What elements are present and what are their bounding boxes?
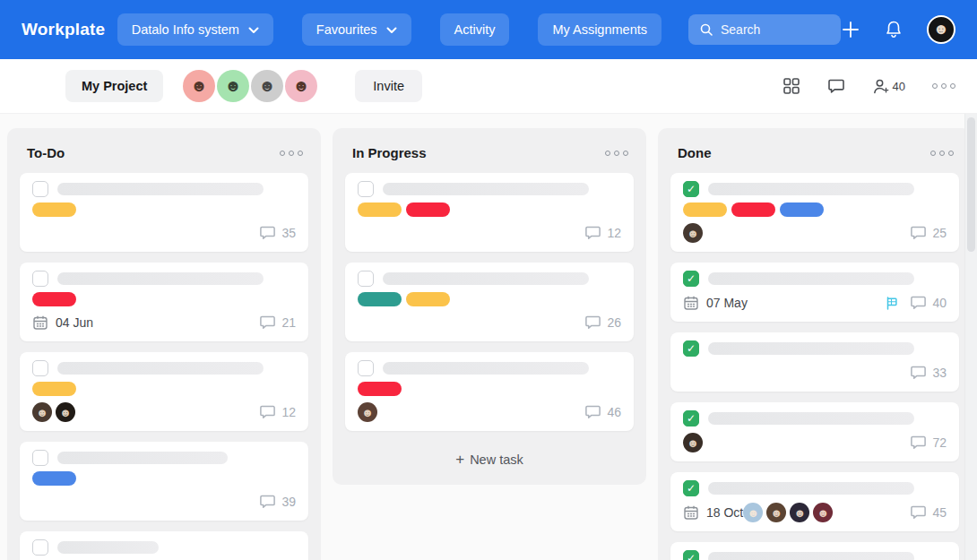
- members-count-label: 40: [893, 80, 905, 93]
- task-card[interactable]: ☻ 46: [345, 352, 634, 431]
- column-more-button[interactable]: [605, 147, 628, 159]
- tag-red: [358, 382, 402, 396]
- member-avatar[interactable]: ☻: [251, 70, 283, 102]
- vertical-scrollbar[interactable]: [964, 114, 977, 560]
- task-card[interactable]: ☻☻ 8: [20, 531, 308, 560]
- comment-count-label: 21: [281, 315, 296, 330]
- bell-icon: [885, 20, 903, 39]
- task-card[interactable]: 13: [670, 542, 959, 560]
- task-checkbox[interactable]: [683, 410, 699, 426]
- board-column: In Progress 12: [333, 128, 646, 485]
- task-checkbox[interactable]: [358, 360, 374, 376]
- new-task-button[interactable]: + New task: [345, 442, 634, 476]
- tag-row: [32, 471, 296, 486]
- assignee-avatars: ☻: [358, 402, 377, 422]
- task-checkbox[interactable]: [683, 181, 699, 197]
- board-view-button[interactable]: [782, 77, 800, 95]
- task-checkbox[interactable]: [683, 480, 699, 496]
- add-button[interactable]: [841, 20, 860, 39]
- task-checkbox[interactable]: [358, 271, 374, 287]
- tag-row: [358, 382, 621, 396]
- comment-icon: [259, 404, 276, 420]
- nav-activity-button[interactable]: Activity: [440, 13, 510, 46]
- tag-yellow: [32, 202, 76, 217]
- comment-count: 40: [910, 295, 947, 311]
- nav-favourites-dropdown[interactable]: Favourites: [302, 13, 411, 46]
- comment-count: 33: [910, 365, 947, 381]
- comment-icon: [910, 435, 927, 451]
- task-checkbox[interactable]: [358, 181, 374, 197]
- search-container: [688, 14, 841, 45]
- comment-count-label: 39: [281, 495, 296, 509]
- tag-blue: [780, 202, 824, 217]
- task-checkbox[interactable]: [32, 271, 48, 287]
- comment-count-label: 40: [932, 296, 947, 310]
- task-card[interactable]: 35: [20, 173, 308, 252]
- nav-project-label: Datalo Info system: [132, 22, 239, 37]
- nav-my-assignments-button[interactable]: My Assignments: [538, 13, 661, 46]
- assignee-avatars: ☻☻: [32, 402, 75, 422]
- card-list: 35 04 Jun 21: [20, 173, 308, 560]
- assignee-avatar: ☻: [358, 402, 377, 422]
- task-card[interactable]: 07 May 40: [670, 263, 959, 322]
- due-date: 18 Oct: [683, 504, 743, 521]
- tag-yellow: [358, 202, 402, 217]
- comment-count: 72: [910, 435, 947, 451]
- due-date: 07 May: [683, 295, 748, 311]
- task-checkbox[interactable]: [32, 450, 48, 466]
- card-footer: ☻ 46: [358, 402, 621, 422]
- comment-icon: [910, 295, 927, 311]
- card-footer: 39: [32, 492, 296, 512]
- tag-yellow: [683, 202, 727, 217]
- calendar-icon: [683, 504, 699, 521]
- task-title-placeholder: [383, 183, 589, 195]
- task-card[interactable]: 18 Oct ☻☻☻☻ 45: [670, 472, 959, 531]
- kanban-board: To-Do 35: [0, 114, 977, 560]
- task-card[interactable]: ☻ 25: [670, 173, 959, 252]
- members-count-button[interactable]: 40: [872, 78, 905, 95]
- my-project-button[interactable]: My Project: [65, 70, 163, 102]
- scrollbar-thumb[interactable]: [967, 117, 975, 252]
- task-card[interactable]: 04 Jun 21: [20, 263, 308, 341]
- task-checkbox[interactable]: [683, 340, 699, 357]
- comments-button[interactable]: [827, 77, 845, 95]
- member-avatar[interactable]: ☻: [285, 70, 317, 102]
- assignee-avatars: ☻: [683, 433, 703, 452]
- column-more-button[interactable]: [280, 147, 303, 159]
- task-card[interactable]: 12: [345, 173, 634, 252]
- assignee-avatars: ☻: [683, 223, 703, 243]
- tag-row: [358, 202, 621, 217]
- task-card[interactable]: 39: [20, 442, 308, 521]
- nav-project-dropdown[interactable]: Datalo Info system: [117, 13, 273, 46]
- member-avatar[interactable]: ☻: [217, 70, 249, 102]
- member-avatar-group: ☻☻☻☻: [183, 70, 319, 102]
- calendar-icon: [32, 314, 48, 331]
- assignee-avatar: ☻: [683, 223, 703, 243]
- task-card[interactable]: ☻☻ 12: [20, 352, 308, 431]
- task-checkbox[interactable]: [32, 539, 48, 556]
- tag-red: [32, 292, 76, 306]
- tag-red: [406, 202, 450, 217]
- card-footer: ☻ 25: [683, 223, 947, 243]
- task-card[interactable]: 33: [670, 332, 959, 392]
- tag-row: [32, 202, 296, 217]
- comment-count: 12: [259, 404, 296, 420]
- user-avatar[interactable]: ☻: [927, 15, 955, 44]
- task-checkbox[interactable]: [32, 181, 48, 197]
- task-checkbox[interactable]: [32, 360, 48, 376]
- tag-row: [683, 202, 947, 217]
- assignee-avatar: ☻: [683, 433, 703, 452]
- toolbar-more-button[interactable]: [932, 80, 955, 92]
- member-avatar[interactable]: ☻: [183, 70, 215, 102]
- task-checkbox[interactable]: [683, 271, 699, 287]
- task-title-placeholder: [57, 541, 159, 554]
- tag-row: [32, 292, 296, 306]
- task-card[interactable]: ☻ 72: [670, 402, 959, 461]
- invite-button[interactable]: Invite: [355, 70, 422, 102]
- comment-icon: [910, 225, 927, 241]
- column-more-button[interactable]: [930, 147, 954, 159]
- grid-icon: [782, 77, 800, 95]
- notifications-button[interactable]: [885, 20, 903, 39]
- task-checkbox[interactable]: [683, 550, 699, 560]
- task-card[interactable]: 26: [345, 263, 634, 341]
